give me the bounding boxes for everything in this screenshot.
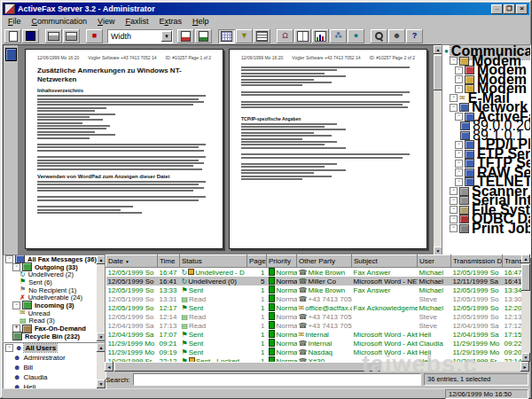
- column-header-transmission-d[interactable]: Transmission D: [451, 255, 503, 268]
- network-nodes-button[interactable]: ⁂: [330, 29, 347, 43]
- cell-time: 09:19: [158, 348, 180, 356]
- filter-button[interactable]: ▼: [236, 29, 253, 43]
- cell-priority: Normal: [267, 321, 297, 330]
- menu-file[interactable]: File: [3, 16, 27, 27]
- table-h-scroll-thumb[interactable]: [114, 362, 380, 372]
- fax-row[interactable]: 12/05/1999 So12:17⚑Sent1Normal✉office@ac…: [106, 303, 522, 312]
- column-header-pages[interactable]: Pages: [247, 255, 267, 268]
- column-header-status[interactable]: Status: [180, 255, 247, 268]
- expander-icon[interactable]: -: [455, 168, 463, 176]
- cell-subject: Fax Answer: [352, 268, 418, 278]
- maximize-button[interactable]: [504, 4, 515, 14]
- expander-icon[interactable]: -: [450, 206, 458, 214]
- cell-date: 12/05/1999 So: [106, 286, 158, 294]
- table-h-scrollbar[interactable]: [105, 362, 529, 372]
- fax-row[interactable]: 12/05/1999 So16:47↻Undelivered - D1Norma…: [106, 268, 522, 278]
- zoom-combo-value: Width: [108, 32, 161, 41]
- column-header-trans[interactable]: Trans: [503, 255, 522, 268]
- column-header-priority[interactable]: Priority: [267, 255, 297, 268]
- fax-row[interactable]: 11/29/1999 Mo09:21⚑Sent1Normal☎InternalM…: [106, 339, 522, 348]
- fax-row[interactable]: 12/05/1999 So13:33⚑Sent1Normal☎Mike Brow…: [106, 286, 522, 294]
- expander-icon[interactable]: -: [450, 197, 458, 205]
- fax-failed-button[interactable]: [177, 29, 194, 43]
- column-header-time[interactable]: Time: [158, 255, 180, 268]
- print-button[interactable]: [45, 29, 62, 43]
- help-button[interactable]: ?: [406, 29, 423, 43]
- page-thumbnail-icon[interactable]: [5, 48, 17, 61]
- statistics-button[interactable]: ☻: [388, 29, 405, 43]
- priority-icon: [269, 348, 275, 356]
- view-detail-button[interactable]: [254, 29, 270, 43]
- minimize-button[interactable]: [491, 4, 503, 14]
- phonebook-button[interactable]: Ω: [277, 29, 293, 43]
- expander-icon[interactable]: -: [455, 178, 463, 186]
- stop-button[interactable]: ■: [86, 29, 103, 43]
- expander-icon[interactable]: -: [450, 57, 458, 65]
- column-header-user[interactable]: User: [418, 255, 451, 268]
- expander-icon[interactable]: -: [455, 150, 463, 158]
- zoom-button[interactable]: [371, 29, 387, 43]
- expander-icon[interactable]: -: [455, 66, 463, 74]
- menu-help[interactable]: Help: [187, 16, 215, 27]
- address-book-button[interactable]: [294, 29, 311, 43]
- table-scroll-right-icon[interactable]: [520, 362, 529, 372]
- menu-faxlist[interactable]: Faxlist: [120, 16, 153, 27]
- close-button[interactable]: [516, 4, 528, 14]
- menu-communication[interactable]: Communication: [27, 16, 93, 27]
- tree-item-all-fax-messages-36-[interactable]: -All Fax Messages (36): [4, 255, 106, 263]
- fax-row[interactable]: 12/05/1999 So12:14▤Read1Normal☎+43 7413 …: [106, 312, 522, 321]
- chart-button[interactable]: [312, 29, 329, 43]
- column-header-subject[interactable]: Subject: [352, 255, 418, 268]
- column-header-other-party[interactable]: Other Party: [297, 255, 352, 268]
- cell-time: 16:47: [158, 268, 180, 278]
- expander-icon[interactable]: -: [5, 344, 13, 352]
- expander-icon[interactable]: -: [455, 141, 463, 149]
- expander-icon[interactable]: -: [5, 255, 13, 263]
- fax-row[interactable]: 12/05/1999 So16:41↻Undelivered (0)5Norma…: [106, 277, 522, 286]
- search-row: Search: 36 entries, 1 selected: [105, 372, 529, 387]
- tree-item-recycle-bin-232-[interactable]: Recycle Bin (232): [4, 332, 106, 340]
- tree-item-all-users[interactable]: -☻All Users: [4, 343, 106, 353]
- tree-item-undeliverable-24-[interactable]: ✗Undeliverable (24): [4, 293, 106, 301]
- cell-status: ⚑Sent: [180, 348, 247, 356]
- table-scroll-thumb[interactable]: [521, 264, 530, 291]
- phone-icon: ☎: [299, 295, 308, 303]
- expander-icon[interactable]: -: [455, 75, 463, 83]
- zoom-combo[interactable]: Width: [107, 29, 173, 43]
- menu-view[interactable]: View: [92, 16, 120, 27]
- expander-icon[interactable]: -: [450, 104, 458, 112]
- menu-extras[interactable]: Extras: [153, 16, 187, 27]
- table-scroll-down-icon[interactable]: [521, 353, 530, 362]
- tree-item-read-3-[interactable]: ▤Read (3): [4, 317, 106, 325]
- expander-icon[interactable]: -: [455, 85, 463, 93]
- fax-row[interactable]: 11/29/1999 Mo09:19⚑Sent1Normal☎NasdaqMic…: [106, 348, 522, 356]
- print-copies-button[interactable]: [63, 29, 80, 43]
- new-button[interactable]: [4, 29, 21, 43]
- expander-icon[interactable]: -: [455, 113, 463, 121]
- title-bar: ActiveFax Server 3.2 - Administrator: [3, 3, 529, 15]
- tree-item-print-jobs[interactable]: -Print Jobs: [442, 224, 530, 234]
- expander-icon[interactable]: -: [450, 94, 458, 102]
- expander-icon[interactable]: -: [450, 187, 458, 195]
- combo-dropdown-icon[interactable]: [161, 31, 172, 42]
- view-grid-button[interactable]: [218, 29, 235, 43]
- fax-row[interactable]: 12/04/1999 Sa17:07⚑Sent1Normal✉InternalM…: [106, 330, 522, 339]
- tree-item-bill[interactable]: ☻Bill: [4, 363, 106, 372]
- web-button[interactable]: ●: [348, 29, 364, 43]
- tree-item-administrator[interactable]: ☻Administrator: [4, 353, 106, 363]
- table-scroll-up-icon[interactable]: [521, 254, 530, 263]
- fax-row[interactable]: 12/04/1999 Sa17:13▤Read1Normal☎+43 7413 …: [106, 321, 522, 330]
- tree-item-claudia[interactable]: ☻Claudia: [4, 372, 106, 382]
- table-scroll-left-icon[interactable]: [105, 362, 113, 372]
- fax-row[interactable]: 12/05/1999 So13:31▤Read1Normal☎+43 7413 …: [106, 294, 522, 303]
- table-scrollbar[interactable]: [521, 254, 530, 362]
- tree-item-label: Read (3): [28, 317, 56, 325]
- search-input[interactable]: [133, 373, 421, 386]
- expander-icon[interactable]: -: [450, 215, 458, 223]
- column-header-date[interactable]: Date▼: [106, 255, 158, 268]
- expander-icon[interactable]: -: [450, 224, 458, 232]
- save-button[interactable]: [22, 29, 39, 43]
- fax-forward-button[interactable]: [195, 29, 212, 43]
- expander-icon[interactable]: -: [455, 160, 463, 168]
- no-recipient-icon: ⚑: [20, 286, 26, 293]
